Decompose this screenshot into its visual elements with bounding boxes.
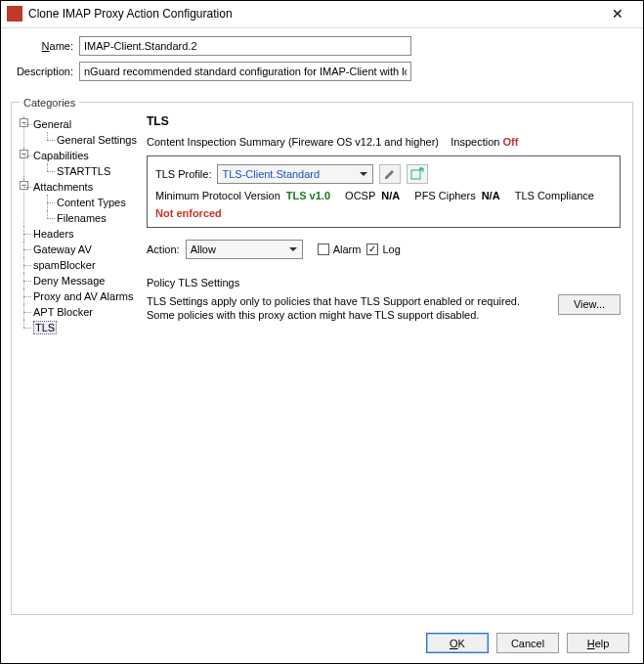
inspection-value: Off	[502, 136, 518, 148]
ok-button[interactable]: OK	[426, 633, 489, 653]
log-checkbox-box: ✓	[366, 243, 378, 255]
inspection-label: Inspection	[451, 136, 499, 148]
policy-text: TLS Settings apply only to policies that…	[147, 294, 548, 322]
compliance-value: Not enforced	[155, 207, 222, 219]
tree-item-filenames[interactable]: Filenames	[57, 212, 107, 224]
pfs-label: PFS Ciphers	[414, 190, 475, 201]
window-title: Clone IMAP Proxy Action Configuration	[28, 7, 598, 21]
titlebar: Clone IMAP Proxy Action Configuration ✕	[1, 1, 643, 28]
tree-item-apt-blocker[interactable]: APT Blocker	[33, 306, 93, 318]
log-checkbox[interactable]: ✓ Log	[366, 243, 400, 255]
add-icon	[410, 167, 424, 181]
action-value: Allow	[191, 243, 216, 255]
categories-fieldset: Categories − General General Settings − …	[11, 97, 633, 615]
tls-heading: TLS	[147, 114, 621, 128]
tls-profile-label: TLS Profile:	[155, 168, 211, 180]
edit-profile-button[interactable]	[379, 164, 401, 184]
app-icon	[7, 6, 22, 22]
header-form: Name: Description:	[1, 28, 643, 93]
tree-item-gateway-av[interactable]: Gateway AV	[33, 243, 92, 255]
tree-item-headers[interactable]: Headers	[33, 228, 74, 240]
pencil-icon	[383, 167, 397, 181]
min-proto-label: Minimum Protocol Version	[155, 190, 280, 201]
compliance-label: TLS Compliance	[515, 190, 594, 201]
tls-profile-value: TLS-Client.Standard	[222, 168, 320, 180]
policy-text-line1: TLS Settings apply only to policies that…	[147, 295, 520, 307]
tree-item-proxy-av-alarms[interactable]: Proxy and AV Alarms	[33, 290, 134, 302]
tree-item-capabilities[interactable]: Capabilities	[33, 150, 89, 161]
tree-item-content-types[interactable]: Content Types	[57, 197, 126, 208]
tls-profile-select[interactable]: TLS-Client.Standard	[217, 164, 373, 184]
tree-toggle-attachments[interactable]: −	[20, 181, 28, 190]
tree-item-attachments[interactable]: Attachments	[33, 181, 93, 193]
summary-label: Content Inspection Summary (Fireware OS …	[147, 136, 439, 148]
tree-toggle-general[interactable]: −	[20, 118, 28, 127]
tree-toggle-capabilities[interactable]: −	[20, 150, 28, 158]
ocsp-label: OCSP	[345, 190, 375, 201]
description-label: Description:	[15, 66, 73, 77]
tree-item-general-settings[interactable]: General Settings	[57, 134, 137, 146]
min-proto-value: TLS v1.0	[286, 190, 330, 201]
ocsp-value: N/A	[381, 190, 400, 201]
help-button[interactable]: Help	[567, 633, 629, 653]
alarm-label: Alarm	[333, 243, 362, 255]
tree-item-spamblocker[interactable]: spamBlocker	[33, 259, 96, 271]
policy-heading: Policy TLS Settings	[147, 277, 621, 288]
tree-item-tls[interactable]: TLS	[33, 321, 57, 334]
name-input[interactable]	[79, 36, 411, 56]
svg-rect-0	[411, 170, 420, 179]
add-profile-button[interactable]	[407, 164, 428, 184]
alarm-checkbox[interactable]: Alarm	[318, 243, 362, 255]
alarm-checkbox-box	[318, 243, 329, 255]
tree-item-deny-message[interactable]: Deny Message	[33, 275, 105, 287]
tree-item-general[interactable]: General	[33, 118, 71, 130]
tls-panel: TLS Content Inspection Summary (Fireware…	[137, 114, 624, 606]
name-label: Name:	[15, 40, 73, 52]
log-label: Log	[382, 243, 400, 255]
dialog-window: Clone IMAP Proxy Action Configuration ✕ …	[0, 0, 644, 664]
view-button[interactable]: View...	[558, 294, 621, 315]
tree-item-starttls[interactable]: STARTTLS	[57, 165, 110, 177]
close-button[interactable]: ✕	[598, 6, 637, 22]
policy-text-line2: Some policies with this proxy action mig…	[147, 309, 479, 321]
tls-profile-box: TLS Profile: TLS-Client.Standard Minimum…	[147, 155, 621, 228]
pfs-value: N/A	[482, 190, 500, 201]
category-tree[interactable]: − General General Settings − Capabilitie…	[20, 114, 137, 606]
action-label: Action:	[147, 243, 180, 255]
action-select[interactable]: Allow	[186, 240, 303, 259]
categories-legend: Categories	[20, 97, 79, 109]
inspection-summary: Content Inspection Summary (Fireware OS …	[147, 136, 621, 148]
description-input[interactable]	[79, 62, 411, 81]
cancel-button[interactable]: Cancel	[496, 633, 559, 653]
dialog-footer: OK Cancel Help	[1, 623, 643, 663]
